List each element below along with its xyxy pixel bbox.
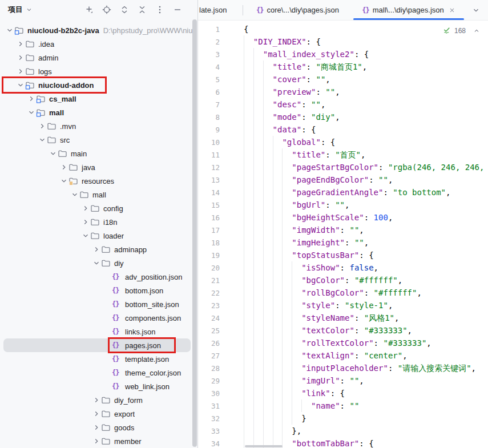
code-line[interactable]: 15 "bgUrl": "", xyxy=(198,199,488,211)
line-number[interactable]: 3 xyxy=(198,49,228,61)
code-line[interactable]: 6 "preview": "", xyxy=(198,86,488,98)
project-scrollbar[interactable] xyxy=(192,19,197,447)
line-number[interactable]: 31 xyxy=(198,400,228,413)
chevron-expanded-icon[interactable] xyxy=(91,259,101,268)
code-line[interactable]: 7 "desc": "", xyxy=(198,98,488,111)
chevron-collapsed-icon[interactable] xyxy=(15,53,25,62)
code-line[interactable]: 29 "imgUrl": "", xyxy=(198,374,488,387)
hide-icon[interactable] xyxy=(172,5,183,15)
tree-item-config[interactable]: config xyxy=(0,201,197,215)
tree-item-niucloud-addon[interactable]: niucloud-addon xyxy=(0,78,197,92)
chevron-expanded-icon[interactable] xyxy=(70,190,79,199)
line-number[interactable]: 13 xyxy=(198,174,228,187)
line-number[interactable]: 26 xyxy=(198,337,228,350)
line-number[interactable]: 6 xyxy=(198,86,228,99)
line-number[interactable]: 32 xyxy=(198,413,228,425)
chevron-collapsed-icon[interactable] xyxy=(80,204,90,213)
tree-item-template-json[interactable]: {}template.json xyxy=(0,352,197,366)
line-number[interactable]: 27 xyxy=(198,350,228,362)
tree-item-logs[interactable]: logs xyxy=(0,64,197,78)
code-line[interactable]: 24 "styleName": "风格1", xyxy=(198,312,488,324)
line-number[interactable]: 11 xyxy=(198,149,228,162)
tree-item-diy[interactable]: diy xyxy=(0,256,197,270)
code-line[interactable]: 31 "name": "" xyxy=(198,399,488,412)
chevron-collapsed-icon[interactable] xyxy=(91,409,101,418)
code-line[interactable]: 9 "data": { xyxy=(198,123,488,136)
chevron-expanded-icon[interactable] xyxy=(80,231,90,240)
chevron-collapsed-icon[interactable] xyxy=(91,423,101,432)
line-number[interactable]: 15 xyxy=(198,199,228,212)
chevron-expanded-icon[interactable] xyxy=(59,176,68,185)
tree-item-components-json[interactable]: {}components.json xyxy=(0,311,197,325)
inspection-widget[interactable]: 168 xyxy=(442,25,481,37)
tree-item-bottom-site-json[interactable]: {}bottom_site.json xyxy=(0,297,197,311)
expand-all-icon[interactable] xyxy=(119,5,130,15)
code-line[interactable]: 16 "bgHeightScale": 100, xyxy=(198,211,488,224)
line-number[interactable]: 29 xyxy=(198,375,228,388)
tab-core-pages-json[interactable]: {} core\...\diy\pages.json xyxy=(243,0,352,20)
chevron-collapsed-icon[interactable] xyxy=(37,122,47,131)
line-number[interactable]: 34 xyxy=(198,438,228,448)
line-number[interactable]: 25 xyxy=(198,325,228,337)
line-number[interactable]: 30 xyxy=(198,388,228,400)
code-line[interactable]: 28 "inputPlaceholder": "请输入搜索关键词", xyxy=(198,362,488,374)
line-number[interactable]: 1 xyxy=(198,23,228,36)
more-icon[interactable] xyxy=(155,5,165,15)
chevron-collapsed-icon[interactable] xyxy=(91,437,101,446)
chevron-collapsed-icon[interactable] xyxy=(15,67,25,76)
chevron-collapsed-icon[interactable] xyxy=(91,245,101,254)
code-line[interactable]: 22 "rollBgColor": "#ffffff", xyxy=(198,286,488,299)
line-number[interactable]: 10 xyxy=(198,136,228,149)
code-line[interactable]: 34 "bottomTabBar": { xyxy=(198,437,488,448)
tree-item-cs-mall[interactable]: cs_mall xyxy=(0,92,197,106)
chevron-collapsed-icon[interactable] xyxy=(80,217,90,227)
chevron-expanded-icon[interactable] xyxy=(37,135,47,144)
tree-item-adminapp[interactable]: adminapp xyxy=(0,243,197,256)
code-line[interactable]: 20 "isShow": false, xyxy=(198,261,488,274)
horizontal-scrollbar[interactable] xyxy=(245,445,283,447)
code-line[interactable]: 10 "global": { xyxy=(198,136,488,148)
line-number[interactable]: 2 xyxy=(198,36,228,49)
tree-item-niucloud-b2b2c-java[interactable]: niucloud-b2b2c-javaD:\phpstudy_pro\WWW\n… xyxy=(0,23,197,37)
collapse-all-icon[interactable] xyxy=(137,5,147,15)
tree-item-mall[interactable]: mall xyxy=(0,106,197,119)
tree-item-main[interactable]: main xyxy=(0,147,197,160)
code-line[interactable]: 12 "pageStartBgColor": "rgba(246, 246, 2… xyxy=(198,161,488,173)
tab-late-json[interactable]: late.json xyxy=(198,0,243,20)
tree-item-pages-json[interactable]: {}pages.json xyxy=(3,338,191,352)
tree-item-idea[interactable]: .idea xyxy=(0,37,197,51)
code-line[interactable]: 30 "link": { xyxy=(198,387,488,399)
line-number[interactable]: 14 xyxy=(198,187,228,199)
chevron-collapsed-icon[interactable] xyxy=(15,39,25,49)
add-icon[interactable] xyxy=(84,5,94,15)
chevron-expanded-icon[interactable] xyxy=(48,149,58,158)
line-number[interactable]: 20 xyxy=(198,262,228,275)
code-line[interactable]: 8 "mode": "diy", xyxy=(198,111,488,123)
tree-item-java[interactable]: java xyxy=(0,160,197,174)
line-number[interactable]: 17 xyxy=(198,224,228,237)
tree-item-mvn[interactable]: .mvn xyxy=(0,119,197,133)
chevron-up-icon[interactable] xyxy=(473,27,480,34)
code-line[interactable]: 17 "imgWidth": "", xyxy=(198,224,488,236)
line-number[interactable]: 19 xyxy=(198,249,228,262)
code-line[interactable]: 33 }, xyxy=(198,425,488,437)
code-line[interactable]: 2 "DIY_INDEX": { xyxy=(198,35,488,48)
chevron-expanded-icon[interactable] xyxy=(5,26,14,35)
chevron-collapsed-icon[interactable] xyxy=(26,94,36,103)
line-number[interactable]: 18 xyxy=(198,237,228,249)
tree-item-loader[interactable]: loader xyxy=(0,229,197,243)
code-line[interactable]: 11 "title": "首页", xyxy=(198,148,488,161)
tree-item-bottom-json[interactable]: {}bottom.json xyxy=(0,284,197,297)
code-line[interactable]: 13 "pageEndBgColor": "", xyxy=(198,173,488,186)
chevron-expanded-icon[interactable] xyxy=(26,108,36,117)
tree-item-src[interactable]: src xyxy=(0,133,197,147)
tree-item-goods[interactable]: goods xyxy=(0,421,197,434)
tree-item-adv-position-json[interactable]: {}adv_position.json xyxy=(0,270,197,284)
line-number[interactable]: 22 xyxy=(198,287,228,300)
tab-list-chevron-icon[interactable] xyxy=(472,6,480,14)
chevron-expanded-icon[interactable] xyxy=(15,80,25,90)
line-number[interactable]: 4 xyxy=(198,61,228,74)
code-line[interactable]: 21 "bgColor": "#ffffff", xyxy=(198,274,488,286)
tree-item-resources[interactable]: resources xyxy=(0,174,197,188)
tree-item-theme-color-json[interactable]: {}theme_color.json xyxy=(0,366,197,380)
